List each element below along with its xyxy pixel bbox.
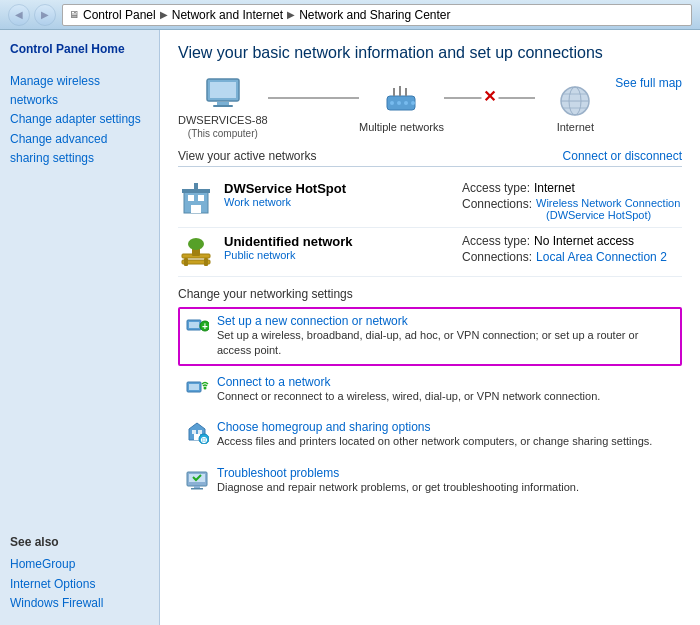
settings-item-1: Connect to a network Connect or reconnec… [178, 368, 682, 411]
sidebar-change-adapter[interactable]: Change adapter settings [10, 110, 149, 129]
settings-item-1-title[interactable]: Connect to a network [217, 375, 675, 389]
network-1-name: DWService HotSpot [224, 181, 452, 196]
network-2-type[interactable]: Public network [224, 249, 452, 261]
network-2-info: Unidentified network Public network [224, 234, 452, 261]
breadcrumb-network-internet[interactable]: Network and Internet [172, 8, 283, 22]
access-value-2: No Internet access [534, 234, 634, 248]
multiple-networks-node: Multiple networks [359, 83, 444, 133]
svg-rect-34 [189, 384, 199, 390]
settings-item-2-text: Choose homegroup and sharing options Acc… [217, 420, 675, 449]
breadcrumb: Control Panel ▶ Network and Internet ▶ N… [83, 8, 451, 22]
network-card-1: DWService HotSpot Work network Access ty… [178, 175, 682, 228]
settings-item-3-title[interactable]: Troubleshoot problems [217, 466, 675, 480]
settings-item-0-desc: Set up a wireless, broadband, dial-up, a… [217, 328, 675, 359]
internet-label: Internet [557, 121, 594, 133]
sidebar-homegroup[interactable]: HomeGroup [10, 555, 149, 574]
breadcrumb-sep-2: ▶ [287, 9, 295, 20]
svg-point-8 [411, 101, 415, 105]
address-bar: 🖥 Control Panel ▶ Network and Internet ▶… [62, 4, 692, 26]
troubleshoot-icon [185, 466, 209, 490]
svg-point-7 [404, 101, 408, 105]
conn-label-1: Connections: [462, 197, 532, 221]
sidebar-manage-wireless[interactable]: Manage wireless networks [10, 72, 149, 110]
settings-item-0-title[interactable]: Set up a new connection or network [217, 314, 675, 328]
svg-rect-37 [192, 430, 196, 434]
active-networks-title: View your active networks [178, 149, 317, 163]
settings-item-3-text: Troubleshoot problems Diagnose and repai… [217, 466, 675, 495]
network-1-access-row: Access type: Internet [462, 181, 682, 195]
new-connection-icon: + [185, 314, 209, 338]
network-1-type[interactable]: Work network [224, 196, 452, 208]
network-1-conn-row: Connections: Wireless Network Connection… [462, 197, 682, 221]
sidebar-internet-options[interactable]: Internet Options [10, 575, 149, 594]
access-label-1: Access type: [462, 181, 530, 195]
breadcrumb-sep-1: ▶ [160, 9, 168, 20]
network-card-2: Unidentified network Public network Acce… [178, 228, 682, 277]
computer-sublabel: (This computer) [188, 128, 258, 139]
svg-rect-30 [189, 322, 199, 328]
network-2-conn-row: Connections: Local Area Connection 2 [462, 250, 682, 264]
settings-item-0[interactable]: + Set up a new connection or network Set… [178, 307, 682, 366]
sidebar-windows-firewall[interactable]: Windows Firewall [10, 594, 149, 613]
change-settings-title: Change your networking settings [178, 287, 682, 301]
hotspot-icon [178, 181, 214, 217]
breadcrumb-icon: 🖥 [69, 9, 79, 20]
networks-label: Multiple networks [359, 121, 444, 133]
internet-node: Internet [535, 83, 615, 133]
network-2-access-row: Access type: No Internet access [462, 234, 682, 248]
svg-point-28 [188, 238, 204, 250]
network-2-details: Access type: No Internet access Connecti… [462, 234, 682, 264]
svg-rect-26 [204, 258, 208, 266]
conn-value-1[interactable]: Wireless Network Connection (DWService H… [536, 197, 680, 221]
nav-buttons: ◀ ▶ [8, 4, 56, 26]
network-1-info: DWService HotSpot Work network [224, 181, 452, 208]
network-1-details: Access type: Internet Connections: Wirel… [462, 181, 682, 221]
svg-rect-2 [217, 102, 229, 105]
connect-network-icon [185, 375, 209, 399]
breadcrumb-control-panel[interactable]: Control Panel [83, 8, 156, 22]
computer-label: DWSERVICES-88 [178, 114, 268, 126]
unidentified-icon [178, 234, 214, 270]
settings-item-2-title[interactable]: Choose homegroup and sharing options [217, 420, 675, 434]
svg-rect-18 [188, 195, 194, 201]
svg-point-6 [397, 101, 401, 105]
svg-rect-20 [191, 205, 201, 213]
main-layout: Control Panel Home Manage wireless netwo… [0, 30, 700, 625]
svg-rect-22 [194, 183, 198, 191]
svg-rect-43 [194, 486, 200, 488]
settings-item-1-text: Connect to a network Connect or reconnec… [217, 375, 675, 404]
conn-value-2[interactable]: Local Area Connection 2 [536, 250, 667, 264]
breadcrumb-sharing-center[interactable]: Network and Sharing Center [299, 8, 450, 22]
content-area: View your basic network information and … [160, 30, 700, 625]
forward-button[interactable]: ▶ [34, 4, 56, 26]
title-bar: ◀ ▶ 🖥 Control Panel ▶ Network and Intern… [0, 0, 700, 30]
active-networks-header: View your active networks Connect or dis… [178, 149, 682, 167]
sidebar-change-sharing[interactable]: Change advanced sharing settings [10, 130, 149, 168]
sidebar: Control Panel Home Manage wireless netwo… [0, 30, 160, 625]
conn-label-2: Connections: [462, 250, 532, 264]
sidebar-home-link[interactable]: Control Panel Home [10, 42, 149, 56]
svg-rect-10 [399, 86, 401, 96]
svg-point-5 [390, 101, 394, 105]
svg-rect-19 [198, 195, 204, 201]
globe-icon [555, 83, 595, 119]
computer-icon [203, 76, 243, 112]
svg-rect-25 [184, 258, 188, 266]
settings-item-3: Troubleshoot problems Diagnose and repai… [178, 459, 682, 502]
see-full-map-link[interactable]: See full map [615, 76, 682, 90]
see-also-title: See also [10, 525, 149, 549]
back-button[interactable]: ◀ [8, 4, 30, 26]
access-value-1: Internet [534, 181, 575, 195]
settings-item-2-desc: Access files and printers located on oth… [217, 434, 675, 449]
svg-point-35 [204, 386, 207, 389]
connect-disconnect-link[interactable]: Connect or disconnect [563, 149, 682, 163]
svg-rect-1 [210, 82, 236, 98]
svg-text:+: + [202, 321, 208, 332]
settings-item-0-text: Set up a new connection or network Set u… [217, 314, 675, 359]
access-label-2: Access type: [462, 234, 530, 248]
svg-rect-3 [213, 105, 233, 107]
settings-item-2: ⊕ Choose homegroup and sharing options A… [178, 413, 682, 456]
svg-text:⊕: ⊕ [200, 435, 208, 444]
settings-item-3-desc: Diagnose and repair network problems, or… [217, 480, 675, 495]
homegroup-icon: ⊕ [185, 420, 209, 444]
